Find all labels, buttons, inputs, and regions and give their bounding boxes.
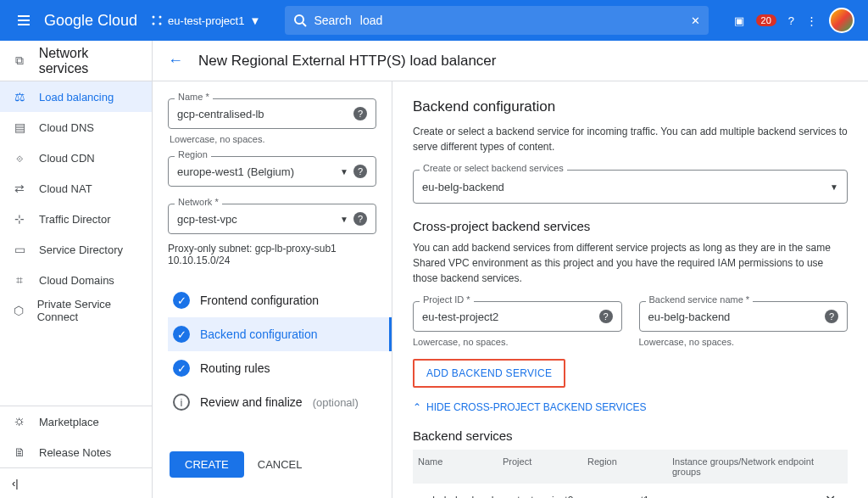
psc-icon: ⬡	[12, 303, 25, 318]
sidebar-item-label: Release Notes	[39, 446, 111, 459]
chevron-down-icon: ▼	[830, 182, 838, 192]
sidebar-item-label: Load balancing	[39, 91, 114, 104]
sidebar-item-private-service-connect[interactable]: ⬡Private Service Connect	[0, 295, 152, 326]
sidebar-title: ⧉ Network services	[0, 41, 152, 81]
avatar[interactable]	[829, 8, 854, 33]
project-id-value: eu-test-project2	[422, 311, 498, 323]
delete-row-button[interactable]: ✕	[817, 492, 843, 498]
search-box[interactable]: Search ✕	[285, 6, 709, 35]
cancel-button[interactable]: CANCEL	[258, 451, 303, 478]
svg-point-2	[153, 23, 155, 25]
name-field-label: Name *	[175, 92, 213, 102]
sidebar-item-cloud-dns[interactable]: ▤Cloud DNS	[0, 112, 152, 143]
directory-icon: ▭	[12, 242, 27, 257]
project-id-helper: Lowercase, no spaces.	[413, 337, 622, 347]
notes-icon: 🗎	[12, 445, 27, 460]
sidebar-item-label: Private Service Connect	[37, 298, 140, 323]
sidebar-item-label: Service Directory	[39, 243, 123, 256]
logo: Google Cloud	[44, 12, 137, 30]
notification-badge[interactable]: 20	[756, 14, 776, 26]
sidebar-item-label: Cloud NAT	[39, 182, 92, 195]
region-select[interactable]: europe-west1 (Belgium) ▼?	[168, 156, 376, 187]
sidebar-item-marketplace[interactable]: ⛭Marketplace	[0, 406, 152, 437]
chevron-down-icon: ▼	[340, 167, 348, 176]
service-name-input[interactable]: eu-belg-backend ?	[639, 301, 849, 332]
sidebar-item-cloud-cdn[interactable]: ⟐Cloud CDN	[0, 143, 152, 173]
backend-service-select[interactable]: eu-belg-backend ▼	[413, 170, 848, 204]
sidebar-item-service-directory[interactable]: ▭Service Directory	[0, 234, 152, 265]
network-field-label: Network *	[175, 197, 222, 207]
step-routing[interactable]: ✓Routing rules	[168, 351, 376, 385]
add-backend-service-button[interactable]: ADD BACKEND SERVICE	[413, 359, 565, 388]
help-icon[interactable]: ?	[788, 14, 794, 27]
sidebar-item-release-notes[interactable]: 🗎Release Notes	[0, 437, 152, 467]
sidebar-item-cloud-domains[interactable]: ⌗Cloud Domains	[0, 265, 152, 295]
region-value: europe-west1 (Belgium)	[177, 165, 294, 178]
network-icon: ⧉	[12, 53, 27, 69]
backend-services-table-title: Backend services	[413, 428, 848, 443]
step-label: Routing rules	[200, 361, 270, 375]
table-header: Name Project Region Instance groups/Netw…	[413, 450, 848, 484]
hide-cross-project-link[interactable]: ⌃ HIDE CROSS-PROJECT BACKEND SERVICES	[413, 401, 848, 413]
service-name-helper: Lowercase, no spaces.	[639, 337, 849, 347]
step-label: Frontend configuration	[200, 294, 319, 307]
domains-icon: ⌗	[12, 272, 27, 288]
service-name-label: Backend service name *	[646, 294, 754, 305]
chevron-up-icon: ⌃	[413, 401, 421, 413]
collapse-icon: ‹|	[12, 477, 19, 490]
step-frontend[interactable]: ✓Frontend configuration	[168, 283, 376, 317]
help-icon[interactable]: ?	[353, 212, 367, 226]
sidebar-item-label: Cloud DNS	[39, 121, 94, 134]
circle-icon: i	[173, 394, 190, 411]
sidebar-item-label: Cloud CDN	[39, 152, 95, 165]
network-select[interactable]: gcp-test-vpc ▼?	[168, 204, 376, 234]
step-label: Review and finalize	[200, 395, 303, 409]
page-title: New Regional External HTTP(S) load balan…	[198, 53, 497, 70]
row-project: eu-test-project2	[503, 495, 587, 499]
sidebar-item-label: Traffic Director	[39, 213, 111, 226]
network-value: gcp-test-vpc	[177, 213, 237, 226]
row-name: eu-belg-backend	[418, 495, 503, 499]
clear-search-icon[interactable]: ✕	[691, 14, 700, 27]
sidebar: ⧉ Network services ⚖Load balancing ▤Clou…	[0, 41, 153, 498]
svg-point-3	[159, 23, 162, 25]
check-icon: ✓	[173, 292, 190, 309]
project-id-input[interactable]: eu-test-project2 ?	[413, 301, 622, 332]
project-name: eu-test-project1	[168, 14, 244, 27]
help-icon[interactable]: ?	[599, 310, 613, 323]
name-helper: Lowercase, no spaces.	[170, 134, 376, 144]
backend-config-desc: Create or select a backend service for i…	[413, 124, 848, 154]
help-icon[interactable]: ?	[353, 107, 367, 120]
step-label: Backend configuration	[200, 327, 318, 341]
service-name-value: eu-belg-backend	[648, 311, 731, 323]
cross-project-title: Cross-project backend services	[413, 219, 848, 233]
help-icon[interactable]: ?	[825, 310, 838, 323]
gift-icon[interactable]: ▣	[734, 14, 744, 27]
proxy-subnet-note: Proxy-only subnet: gcp-lb-proxy-sub1 10.…	[168, 243, 376, 266]
row-region: europe-west1	[587, 495, 672, 499]
help-icon[interactable]: ?	[353, 165, 367, 178]
sidebar-item-label: Marketplace	[39, 416, 99, 428]
marketplace-icon: ⛭	[12, 414, 27, 429]
name-input[interactable]: gcp-centralised-lb ?	[168, 98, 376, 129]
svg-point-1	[159, 16, 162, 19]
search-label: Search	[314, 14, 351, 27]
backend-select-label: Create or select backend services	[420, 163, 567, 173]
backend-select-value: eu-belg-backend	[422, 181, 504, 193]
more-icon[interactable]: ⋮	[806, 14, 817, 27]
dns-icon: ▤	[12, 120, 27, 135]
search-input[interactable]	[360, 14, 692, 27]
search-icon	[293, 14, 307, 27]
step-review[interactable]: iReview and finalize (optional)	[168, 385, 376, 419]
back-arrow-icon[interactable]: ←	[168, 52, 183, 70]
step-backend[interactable]: ✓Backend configuration	[168, 317, 392, 351]
project-picker[interactable]: eu-test-project1 ▼	[151, 14, 260, 27]
create-button[interactable]: CREATE	[170, 451, 244, 478]
collapse-sidebar-button[interactable]: ‹|	[0, 467, 152, 498]
cdn-icon: ⟐	[12, 150, 27, 165]
sidebar-item-cloud-nat[interactable]: ⇄Cloud NAT	[0, 173, 152, 204]
svg-point-4	[295, 15, 303, 24]
sidebar-item-load-balancing[interactable]: ⚖Load balancing	[0, 81, 152, 112]
sidebar-item-traffic-director[interactable]: ⊹Traffic Director	[0, 204, 152, 234]
menu-icon[interactable]	[7, 3, 41, 37]
